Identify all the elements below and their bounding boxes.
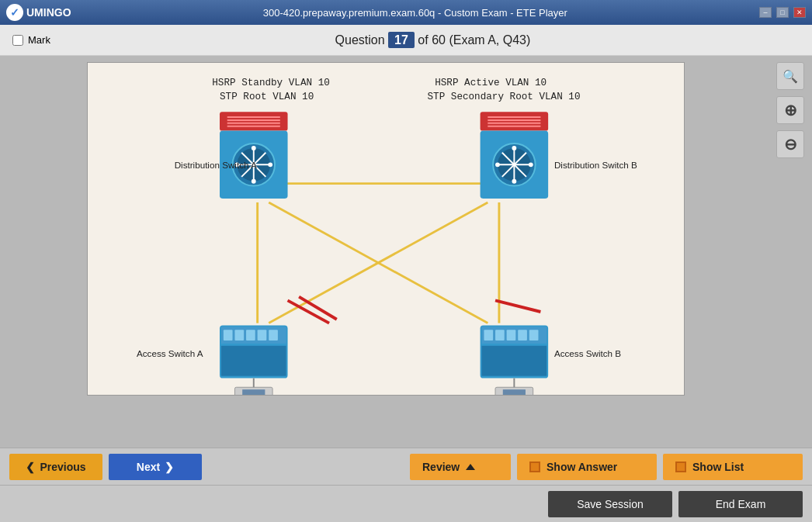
close-button[interactable]: ✕ xyxy=(793,7,806,18)
svg-rect-59 xyxy=(482,346,547,376)
end-exam-button[interactable]: End Exam xyxy=(678,491,803,517)
minimize-button[interactable]: – xyxy=(759,7,772,18)
svg-point-23 xyxy=(252,146,256,150)
question-text: Question xyxy=(335,33,385,47)
show-list-label: Show List xyxy=(692,461,744,473)
search-icon: 🔍 xyxy=(783,69,798,84)
svg-rect-51 xyxy=(221,346,286,376)
svg-point-42 xyxy=(495,162,500,167)
question-of-text: of 60 (Exam A, Q43) xyxy=(418,33,530,47)
logo: ✓ UMINGO xyxy=(6,4,71,21)
question-number-badge: 17 xyxy=(388,32,415,48)
svg-rect-46 xyxy=(224,330,233,341)
bottom-bar1: Previous Next Review Show Answer Show Li… xyxy=(0,448,812,485)
stp-root-label: STP Root VLAN 10 xyxy=(220,91,314,102)
svg-point-24 xyxy=(252,179,256,184)
svg-point-40 xyxy=(512,146,516,150)
show-answer-label: Show Answer xyxy=(547,461,617,473)
zoom-out-button[interactable]: ⊖ xyxy=(776,130,804,158)
svg-rect-55 xyxy=(495,330,505,341)
review-arrow-icon xyxy=(466,464,475,470)
next-button[interactable]: Next xyxy=(109,454,202,480)
previous-label: Previous xyxy=(40,461,85,473)
show-answer-icon xyxy=(529,462,540,472)
logo-icon: ✓ xyxy=(6,4,23,21)
zoom-in-button[interactable]: ⊕ xyxy=(776,96,804,124)
end-exam-label: End Exam xyxy=(716,498,766,510)
show-list-button[interactable]: Show List xyxy=(663,454,803,480)
svg-rect-54 xyxy=(484,330,493,341)
mark-label: Mark xyxy=(28,34,50,46)
question-label: Question 17 of 60 (Exam A, Q43) xyxy=(66,33,800,47)
svg-rect-58 xyxy=(529,330,539,341)
main-content: HSRP Standby VLAN 10 STP Root VLAN 10 HS… xyxy=(0,56,812,448)
stp-secondary-label: STP Secondary Root VLAN 10 xyxy=(428,91,581,102)
svg-rect-65 xyxy=(503,389,526,395)
maximize-button[interactable]: □ xyxy=(776,7,789,18)
acc-switch-a-label: Access Switch A xyxy=(137,348,203,358)
prev-chevron-icon xyxy=(26,461,35,473)
acc-switch-b-label: Access Switch B xyxy=(554,348,621,358)
mark-checkbox-container[interactable]: Mark xyxy=(12,34,50,46)
menubar: Mark Question 17 of 60 (Exam A, Q43) xyxy=(0,25,812,56)
svg-point-43 xyxy=(529,162,533,167)
mark-checkbox-input[interactable] xyxy=(12,35,23,46)
save-session-label: Save Session xyxy=(577,498,644,510)
svg-rect-56 xyxy=(507,330,516,341)
svg-rect-61 xyxy=(242,389,265,395)
svg-rect-48 xyxy=(246,330,255,341)
zoom-out-icon: ⊖ xyxy=(784,135,797,154)
logo-text: UMINGO xyxy=(26,6,71,19)
network-diagram: HSRP Standby VLAN 10 STP Root VLAN 10 HS… xyxy=(88,63,684,395)
save-session-button[interactable]: Save Session xyxy=(548,491,672,517)
svg-point-41 xyxy=(512,179,516,184)
svg-rect-0 xyxy=(95,63,677,395)
svg-point-26 xyxy=(268,162,272,167)
previous-button[interactable]: Previous xyxy=(9,454,102,480)
svg-rect-49 xyxy=(258,330,267,341)
show-answer-button[interactable]: Show Answer xyxy=(517,454,657,480)
svg-rect-47 xyxy=(234,330,244,341)
show-list-icon xyxy=(675,462,686,472)
svg-rect-57 xyxy=(518,330,527,341)
titlebar-controls: – □ ✕ xyxy=(759,7,806,18)
review-button[interactable]: Review xyxy=(410,454,511,480)
hsrp-active-label: HSRP Active VLAN 10 xyxy=(435,77,547,88)
zoom-in-icon: ⊕ xyxy=(784,101,797,119)
review-label: Review xyxy=(422,461,460,473)
hsrp-standby-label: HSRP Standby VLAN 10 xyxy=(212,77,330,88)
titlebar-left: ✓ UMINGO xyxy=(6,4,71,21)
titlebar-title: 300-420.prepaway.premium.exam.60q - Cust… xyxy=(263,7,567,19)
logo-check: ✓ xyxy=(10,6,19,19)
diagram-frame: HSRP Standby VLAN 10 STP Root VLAN 10 HS… xyxy=(87,62,685,396)
search-button[interactable]: 🔍 xyxy=(776,62,804,90)
next-chevron-icon xyxy=(165,461,174,473)
bottom-bar2: Save Session End Exam xyxy=(0,485,812,522)
dist-switch-b-label: Distribution Switch B xyxy=(554,160,637,170)
right-sidebar: 🔍 ⊕ ⊖ xyxy=(769,56,812,448)
next-label: Next xyxy=(137,461,160,473)
dist-switch-a-label: Distribution Switch A xyxy=(175,160,257,170)
svg-rect-50 xyxy=(269,330,278,341)
diagram-container: HSRP Standby VLAN 10 STP Root VLAN 10 HS… xyxy=(0,56,769,448)
titlebar: ✓ UMINGO 300-420.prepaway.premium.exam.6… xyxy=(0,0,812,25)
